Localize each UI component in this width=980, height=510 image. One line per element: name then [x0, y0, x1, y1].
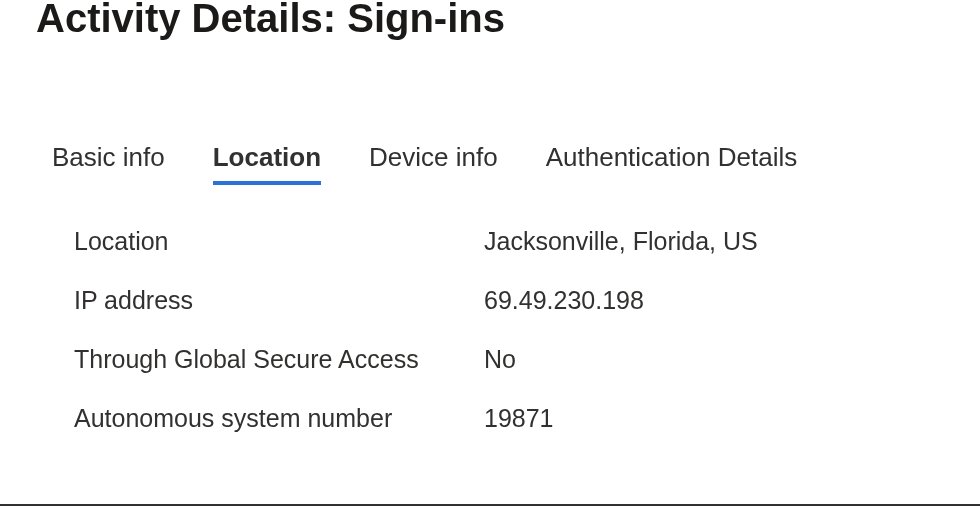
tab-device-info[interactable]: Device info [369, 142, 498, 183]
detail-value: No [484, 345, 516, 374]
divider [0, 504, 980, 506]
tab-basic-info[interactable]: Basic info [52, 142, 165, 183]
details-panel: Location Jacksonville, Florida, US IP ad… [0, 227, 980, 433]
detail-value: Jacksonville, Florida, US [484, 227, 758, 256]
detail-label: Autonomous system number [74, 404, 484, 433]
detail-value: 19871 [484, 404, 554, 433]
detail-value: 69.49.230.198 [484, 286, 644, 315]
page-title: Activity Details: Sign-ins [0, 0, 980, 42]
tabs-container: Basic info Location Device info Authenti… [0, 142, 980, 183]
detail-row-location: Location Jacksonville, Florida, US [74, 227, 980, 256]
detail-label: IP address [74, 286, 484, 315]
detail-row-global-secure-access: Through Global Secure Access No [74, 345, 980, 374]
tab-authentication-details[interactable]: Authentication Details [546, 142, 797, 183]
tab-location[interactable]: Location [213, 142, 321, 183]
detail-row-asn: Autonomous system number 19871 [74, 404, 980, 433]
detail-row-ip-address: IP address 69.49.230.198 [74, 286, 980, 315]
detail-label: Through Global Secure Access [74, 345, 484, 374]
detail-label: Location [74, 227, 484, 256]
